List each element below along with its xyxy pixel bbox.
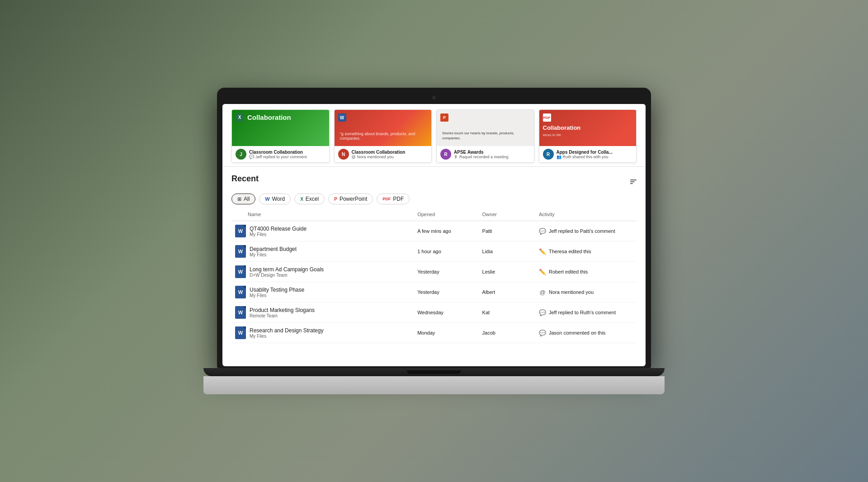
grid-icon: ⊞ (237, 196, 241, 202)
file-name-info-3: Usablity Testing Phase My Files (250, 287, 304, 298)
laptop-keyboard (203, 376, 665, 394)
file-location-1: My Files (250, 252, 297, 257)
file-location-3: My Files (250, 293, 304, 298)
doc-card-2[interactable]: W "g something about brands, products, a… (334, 109, 432, 163)
table-row[interactable]: W Department Budget My Files 1 hour ago … (231, 241, 637, 262)
file-opened-1: 1 hour ago (414, 241, 478, 262)
file-location-0: My Files (250, 232, 307, 237)
laptop-screen-border: X Collaboration J Classroom Collaboratio… (217, 88, 651, 368)
activity-text-0: Jeff replied to Patti's comment (549, 228, 615, 234)
table-row[interactable]: W Long term Ad Campaign Goals D+W Design… (231, 262, 637, 282)
camera-dot (432, 96, 436, 99)
word-logo-2: W (338, 113, 346, 122)
col-name: Name (231, 210, 414, 221)
card-preview-4: PDF Collaboration ideas to life. (539, 110, 637, 146)
doc-card-4[interactable]: PDF Collaboration ideas to life. R Apps … (539, 109, 637, 163)
activity-icon-1: ✏️ (539, 248, 546, 255)
pdf-logo-4: PDF (543, 113, 551, 122)
card1-activity: 💬 Jeff replied to your comment (249, 155, 307, 159)
activity-icon-2: ✏️ (539, 268, 546, 275)
card1-title: Classroom Collaboration (249, 150, 307, 155)
card-footer-2: N Classroom Collaboration @ Nora mention… (335, 146, 432, 162)
screen: X Collaboration J Classroom Collaboratio… (222, 104, 646, 366)
filter-ppt-button[interactable]: P PowerPoint (328, 194, 373, 204)
file-opened-3: Yesterday (414, 282, 478, 302)
activity-icon-3: @ (539, 288, 546, 296)
file-activity-4: 💬 Jeff replied to Ruth's comment (535, 302, 637, 323)
pdf-icon-filter: PDF (382, 197, 391, 201)
card4-preview-text: Collaboration (543, 124, 633, 131)
activity-text-5: Jason commented on this (549, 330, 605, 336)
word-icon-filter: W (265, 196, 269, 202)
top-cards-section: X Collaboration J Classroom Collaboratio… (222, 104, 646, 167)
file-name-cell-3: W Usablity Testing Phase My Files (231, 282, 414, 302)
activity-icon-4: 💬 (539, 309, 546, 316)
file-name-info-0: QT4000 Release Guide My Files (250, 226, 307, 237)
col-activity: Activity (535, 210, 637, 221)
card3-title: APSE Awards (454, 150, 509, 155)
file-location-4: Remote Team (250, 313, 315, 318)
file-activity-2: ✏️ Robert edited this (535, 262, 637, 282)
filter-excel-button[interactable]: X Excel (294, 194, 325, 204)
file-icon-5: W (235, 326, 246, 339)
card-preview-2: W "g something about brands, products, a… (335, 110, 432, 146)
card3-activity: 🎙 Raquel recorded a meeting (454, 155, 509, 159)
activity-icon-0: 💬 (539, 227, 546, 235)
table-row[interactable]: W Research and Design Strategy My Files … (231, 323, 637, 343)
card-footer-1: J Classroom Collaboration 💬 Jeff replied… (232, 146, 329, 162)
avatar-ruth: R (543, 149, 554, 160)
col-opened: Opened (414, 210, 478, 221)
filter-pdf-button[interactable]: PDF PDF (377, 194, 410, 204)
file-icon-4: W (235, 306, 246, 319)
file-name-cell-0: W QT4000 Release Guide My Files (231, 221, 414, 241)
file-name-5: Research and Design Strategy (250, 327, 323, 334)
table-row[interactable]: W QT4000 Release Guide My Files A few mi… (231, 221, 637, 241)
recent-title: Recent (231, 174, 259, 184)
file-opened-0: A few mins ago (414, 221, 478, 241)
laptop-notch (407, 370, 461, 374)
activity-text-4: Jeff replied to Ruth's comment (549, 310, 616, 315)
file-name-info-4: Product Marketing Slogans Remote Team (250, 307, 315, 318)
file-location-2: D+W Design Team (250, 273, 324, 278)
card2-info: Classroom Collaboration @ Nora mentioned… (352, 150, 406, 159)
col-owner: Owner (479, 210, 535, 221)
excel-logo: X (236, 113, 244, 122)
laptop-wrapper: X Collaboration J Classroom Collaboratio… (212, 88, 656, 394)
card2-title: Classroom Collaboration (352, 150, 406, 155)
sort-button[interactable] (630, 180, 637, 184)
activity-text-1: Theresa edited this (549, 249, 591, 254)
file-opened-2: Yesterday (414, 262, 478, 282)
file-name-cell-4: W Product Marketing Slogans Remote Team (231, 302, 414, 323)
doc-card-1[interactable]: X Collaboration J Classroom Collaboratio… (231, 109, 330, 163)
table-row[interactable]: W Product Marketing Slogans Remote Team … (231, 302, 637, 323)
file-owner-0: Patti (479, 221, 535, 241)
table-row[interactable]: W Usablity Testing Phase My Files Yester… (231, 282, 637, 302)
file-owner-5: Jacob (479, 323, 535, 343)
avatar-raquel: R (440, 149, 451, 160)
file-activity-5: 💬 Jason commented on this (535, 323, 637, 343)
file-name-cell-5: W Research and Design Strategy My Files (231, 323, 414, 343)
ppt-icon-filter: P (334, 197, 337, 202)
mention-icon-2: @ (352, 155, 356, 159)
file-activity-0: 💬 Jeff replied to Patti's comment (535, 221, 637, 241)
file-icon-1: W (235, 245, 246, 258)
file-name-cell-2: W Long term Ad Campaign Goals D+W Design… (231, 262, 414, 282)
card4-preview-sub: ideas to life. (543, 133, 633, 137)
comment-icon-1: 💬 (249, 155, 254, 159)
filter-all-button[interactable]: ⊞ All (231, 194, 255, 204)
ppt-logo-3: P (440, 113, 448, 122)
file-icon-2: W (235, 265, 246, 278)
doc-card-3[interactable]: P Stories touch our hearts by brands, pr… (436, 109, 534, 163)
file-opened-4: Wednesday (414, 302, 478, 323)
meeting-icon-3: 🎙 (454, 155, 458, 159)
filter-word-button[interactable]: W Word (259, 194, 291, 204)
camera-bezel (222, 93, 646, 104)
file-name-0: QT4000 Release Guide (250, 226, 307, 232)
file-icon-0: W (235, 225, 246, 237)
activity-text-3: Nora mentioned you (549, 289, 594, 295)
laptop-base (203, 368, 665, 376)
file-activity-3: @ Nora mentioned you (535, 282, 637, 302)
card3-info: APSE Awards 🎙 Raquel recorded a meeting (454, 150, 509, 159)
filter-bar: ⊞ All W Word X Excel P P (231, 194, 637, 204)
activity-icon-5: 💬 (539, 329, 546, 336)
